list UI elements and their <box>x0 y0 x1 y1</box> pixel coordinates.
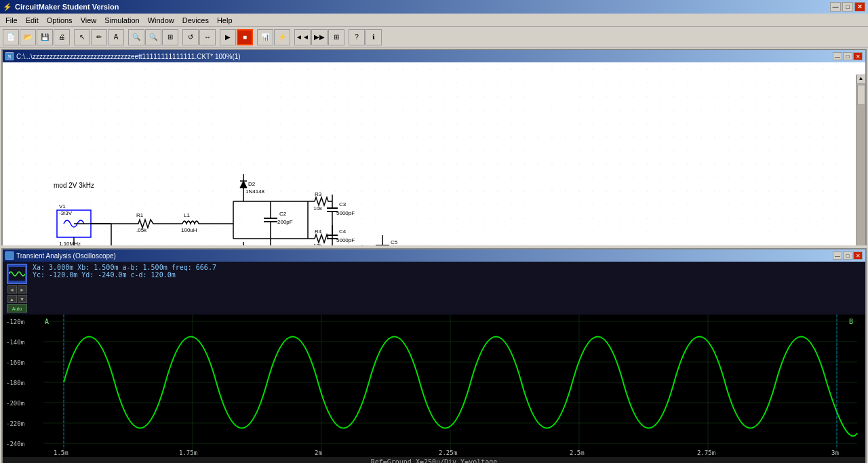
menu-options[interactable]: Options <box>43 15 77 26</box>
zoom-out[interactable]: 🔍 <box>145 29 161 45</box>
svg-text:1.10MHz: 1.10MHz <box>59 241 81 245</box>
osc-maximize[interactable]: □ <box>843 251 852 260</box>
osc-info-line1: Xa: 3.000m Xb: 1.500m a-b: 1.500m freq: … <box>33 264 216 271</box>
forward-button[interactable]: ▶▶ <box>311 29 328 45</box>
zoom-in[interactable]: 🔍 <box>128 29 144 45</box>
app-window: ⚡ CircuitMaker Student Version — □ ✕ Fil… <box>0 0 868 463</box>
scroll-track[interactable] <box>856 84 866 245</box>
svg-text:-160m: -160m <box>6 359 24 366</box>
svg-text:1.75m: 1.75m <box>179 449 197 456</box>
svg-text:.05k: .05k <box>136 227 147 233</box>
analyze-button[interactable]: 📊 <box>257 29 273 45</box>
osc-button-panel: ◄ ► ▲ ▼ Auto <box>7 264 27 313</box>
scroll-thumb[interactable] <box>857 85 865 105</box>
schematic-canvas: mod 2V 3kHz V1 -3/3V 1.10MHz <box>3 62 865 245</box>
app-icon: ⚡ <box>3 3 12 12</box>
osc-main-icon[interactable] <box>7 264 27 284</box>
wire-tool[interactable]: ✏ <box>91 29 107 45</box>
menu-devices[interactable]: Devices <box>178 15 213 26</box>
close-button[interactable]: ✕ <box>854 2 865 12</box>
scroll-up[interactable]: ▲ <box>856 75 866 84</box>
osc-ctrl-3[interactable]: ▲ <box>7 295 17 303</box>
osc-window-controls: — □ ✕ <box>833 251 863 260</box>
nav3[interactable]: ⊞ <box>328 29 344 45</box>
menu-window[interactable]: Window <box>144 15 178 26</box>
svg-text:2.25m: 2.25m <box>439 449 457 456</box>
save-button[interactable]: 💾 <box>37 29 53 45</box>
osc-auto-btn[interactable]: Auto <box>7 304 27 313</box>
svg-text:C1: C1 <box>247 245 254 245</box>
toolbar: 📄 📂 💾 🖨 ↖ ✏ A 🔍 🔍 ⊞ ↺ ↔ ▶ ■ 📊 ⚡ ◄◄ ▶▶ ⊞ … <box>0 27 868 47</box>
svg-text:R1: R1 <box>136 212 144 218</box>
maximize-button[interactable]: □ <box>842 2 853 12</box>
zoom-fit[interactable]: ⊞ <box>162 29 178 45</box>
menu-help[interactable]: Help <box>213 15 237 26</box>
svg-text:5000pF: 5000pF <box>336 210 355 216</box>
schematic-icon: S <box>5 52 14 60</box>
back-button[interactable]: ◄◄ <box>294 29 311 45</box>
svg-text:B: B <box>849 318 853 325</box>
menu-file[interactable]: File <box>1 15 22 26</box>
osc-icon <box>5 251 14 260</box>
help-button[interactable]: ? <box>349 29 365 45</box>
menu-simulation[interactable]: Simulation <box>100 15 143 26</box>
svg-text:2.75m: 2.75m <box>697 449 715 456</box>
svg-text:2m: 2m <box>315 449 322 456</box>
osc-title-left: Transient Analysis (Oscilloscope) <box>5 251 116 260</box>
menu-view[interactable]: View <box>77 15 101 26</box>
probe-button[interactable]: ⚡ <box>274 29 290 45</box>
content-area: S C:\...\zzzzzzzzzzzzzzzzzzzzzzzzzzzzzee… <box>0 47 868 463</box>
svg-text:V1: V1 <box>59 203 66 209</box>
svg-text:-220m: -220m <box>6 420 24 427</box>
stop-button[interactable]: ■ <box>237 29 253 45</box>
svg-text:-3/3V: -3/3V <box>59 210 73 216</box>
component-rotate[interactable]: ↺ <box>182 29 199 45</box>
osc-title-bar: Transient Analysis (Oscilloscope) — □ ✕ <box>3 249 865 262</box>
arrow-tool[interactable]: ↖ <box>74 29 90 45</box>
schematic-close[interactable]: ✕ <box>853 52 863 60</box>
osc-plot: -120m -140m -160m -180m -200m -220m -240… <box>3 315 865 457</box>
svg-text:mod 2V 3kHz: mod 2V 3kHz <box>54 182 94 189</box>
text-tool[interactable]: A <box>108 29 124 45</box>
menu-bar: File Edit Options View Simulation Window… <box>0 14 868 27</box>
osc-ctrl-4[interactable]: ▼ <box>18 295 27 303</box>
run-button[interactable]: ▶ <box>220 29 236 45</box>
svg-text:A: A <box>45 318 49 325</box>
svg-text:C4: C4 <box>339 228 347 235</box>
component-flip[interactable]: ↔ <box>199 29 216 45</box>
schematic-window: S C:\...\zzzzzzzzzzzzzzzzzzzzzzzzzzzzzee… <box>1 49 867 245</box>
svg-text:C5: C5 <box>391 239 398 245</box>
svg-text:1N4148: 1N4148 <box>245 188 265 195</box>
osc-waveform: -120m -140m -160m -180m -200m -220m -240… <box>3 315 864 457</box>
minimize-button[interactable]: — <box>830 2 841 12</box>
osc-ctrl-1[interactable]: ◄ <box>7 285 17 294</box>
window-controls: — □ ✕ <box>830 2 865 12</box>
svg-text:10k: 10k <box>313 205 323 212</box>
svg-text:-240m: -240m <box>6 441 24 447</box>
menu-edit[interactable]: Edit <box>22 15 43 26</box>
osc-info-line2: Yc: -120.0m Yd: -240.0m c-d: 120.0m <box>33 271 216 279</box>
osc-status-bar: Ref=Ground X=250u/Div Y=voltage <box>3 457 865 463</box>
schematic-minimize[interactable]: — <box>833 52 842 60</box>
svg-text:2.5m: 2.5m <box>570 449 585 456</box>
new-button[interactable]: 📄 <box>3 29 19 45</box>
schematic-title-bar: S C:\...\zzzzzzzzzzzzzzzzzzzzzzzzzzzzzee… <box>3 50 865 62</box>
schematic-maximize[interactable]: □ <box>843 52 852 60</box>
svg-text:R3: R3 <box>315 191 322 197</box>
osc-ctrl-2[interactable]: ► <box>18 285 27 294</box>
svg-text:-140m: -140m <box>6 339 24 346</box>
osc-minimize[interactable]: — <box>833 251 842 260</box>
svg-text:-180m: -180m <box>6 380 24 386</box>
svg-text:R4: R4 <box>315 228 322 235</box>
open-button[interactable]: 📂 <box>20 29 36 45</box>
svg-text:10k: 10k <box>313 243 323 245</box>
svg-text:3m: 3m <box>831 449 839 456</box>
info-button[interactable]: ℹ <box>366 29 382 45</box>
osc-controls-row: ◄ ► ▲ ▼ Auto Xa: 3.000m Xb: 1.500m a-b: … <box>3 262 865 315</box>
schematic-scrollbar[interactable]: ▲ ▼ <box>856 75 865 245</box>
schematic-window-controls: — □ ✕ <box>833 52 863 60</box>
svg-text:1.5m: 1.5m <box>54 449 68 456</box>
osc-close[interactable]: ✕ <box>853 251 863 260</box>
title-bar: ⚡ CircuitMaker Student Version — □ ✕ <box>0 0 868 14</box>
print-button[interactable]: 🖨 <box>54 29 70 45</box>
